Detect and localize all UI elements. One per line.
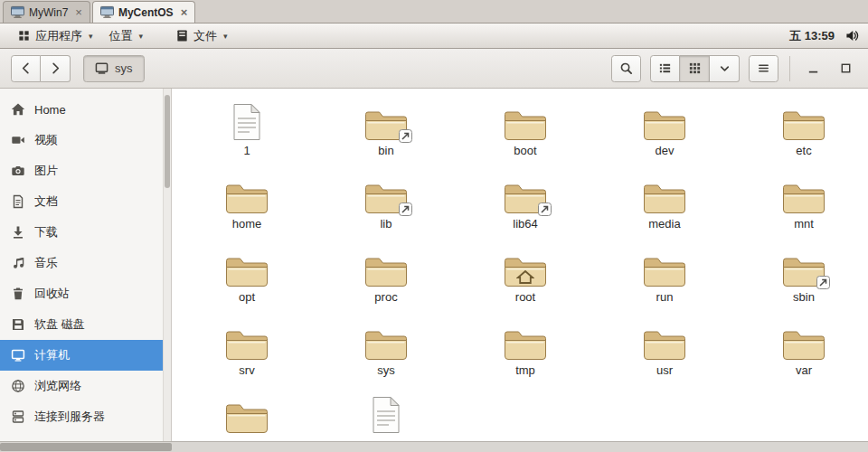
tab-close-icon[interactable]: ×	[75, 6, 82, 18]
sidebar-item-label: 视频	[34, 132, 58, 148]
file-item[interactable]: bin	[320, 99, 452, 173]
vm-tab[interactable]: MyCentOS ×	[92, 1, 195, 23]
sidebar-item[interactable]: 下载	[0, 217, 171, 248]
file-icon	[504, 173, 547, 214]
sidebar-item[interactable]: 音乐	[0, 248, 171, 278]
sidebar-item[interactable]: 软盘 磁盘	[0, 309, 171, 340]
file-item[interactable]: sbin	[738, 246, 868, 319]
topbar-menu[interactable]: 文件 ▾	[167, 24, 236, 48]
sidebar-item[interactable]: 回收站	[0, 278, 171, 309]
file-item[interactable]: opt	[181, 246, 313, 319]
folder-icon	[643, 255, 686, 287]
file-item[interactable]: boot	[459, 99, 591, 173]
file-item[interactable]: etc	[738, 99, 868, 173]
app-menu-button[interactable]	[749, 55, 778, 82]
sidebar-item-label: 回收站	[34, 286, 70, 302]
grid-view-button[interactable]	[680, 55, 710, 82]
sidebar-item[interactable]: 计算机	[0, 340, 171, 371]
search-button[interactable]	[611, 55, 641, 82]
file-icon	[504, 99, 547, 141]
sidebar-scrollbar-thumb[interactable]	[165, 95, 170, 188]
file-item[interactable]: var	[738, 319, 868, 392]
forward-icon	[49, 61, 62, 75]
file-icon	[364, 99, 408, 141]
search-icon	[619, 61, 633, 75]
toolbar-separator	[789, 56, 790, 81]
sidebar-item-label: Home	[34, 103, 66, 117]
caret-down-icon: ▾	[139, 32, 144, 41]
file-item[interactable]	[181, 392, 313, 441]
file-manager-toolbar: sys	[0, 49, 868, 89]
file-item[interactable]: home	[181, 173, 313, 246]
sidebar-item[interactable]: 连接到服务器	[0, 401, 171, 432]
file-item[interactable]: usr	[599, 319, 731, 392]
sidebar-item[interactable]: 浏览网络	[0, 371, 171, 401]
link-emblem-icon	[399, 129, 412, 143]
file-name: home	[232, 217, 262, 231]
link-emblem-icon	[538, 202, 552, 216]
file-item[interactable]: lib	[320, 173, 452, 246]
chevron-down-icon	[718, 61, 731, 75]
folder-icon	[643, 182, 686, 214]
location-button[interactable]: sys	[83, 55, 145, 82]
vm-tab[interactable]: MyWin7 ×	[3, 1, 90, 23]
sidebar-item-icon	[11, 379, 25, 393]
back-button[interactable]	[11, 55, 41, 82]
minimize-button[interactable]	[801, 57, 825, 80]
sidebar-item[interactable]: Home	[0, 94, 171, 125]
folder-icon	[782, 108, 826, 141]
file-icon	[364, 392, 408, 434]
folder-icon	[225, 255, 269, 287]
folder-icon	[504, 328, 547, 361]
file-icon	[643, 246, 686, 287]
sidebar-item-label: 音乐	[34, 255, 58, 271]
file-item[interactable]: root	[459, 246, 591, 319]
file-item[interactable]: tmp	[459, 319, 591, 392]
file-icon	[364, 319, 408, 361]
file-item[interactable]: srv	[181, 319, 313, 392]
tab-close-icon[interactable]: ×	[181, 6, 188, 18]
view-options-button[interactable]	[710, 55, 740, 82]
file-item[interactable]: mnt	[738, 173, 868, 246]
sidebar-item-icon	[11, 410, 25, 424]
file-name: run	[656, 290, 674, 304]
volume-icon[interactable]	[845, 29, 859, 42]
file-icon	[643, 319, 686, 361]
file-name: sys	[377, 363, 395, 377]
maximize-button[interactable]	[834, 57, 857, 80]
horizontal-scrollbar-thumb[interactable]	[0, 443, 172, 451]
sidebar-item[interactable]: 图片	[0, 155, 171, 186]
folder-icon	[782, 182, 826, 214]
file-item[interactable]: 1	[181, 99, 313, 173]
link-emblem-icon	[816, 276, 830, 289]
topbar-status-area: 五 13:59	[789, 28, 859, 44]
forward-button[interactable]	[41, 55, 71, 82]
horizontal-scrollbar[interactable]	[0, 441, 868, 452]
drive-icon	[95, 61, 108, 75]
topbar-menu[interactable]: 应用程序 ▾	[9, 24, 101, 48]
file-icon	[782, 319, 826, 361]
file-item[interactable]	[320, 392, 452, 441]
sidebar-scrollbar[interactable]	[163, 89, 171, 441]
folder-icon	[225, 328, 269, 361]
file-icon	[225, 319, 269, 361]
folder-icon	[643, 328, 686, 361]
file-item[interactable]: lib64	[459, 173, 591, 246]
topbar-menu[interactable]: 位置 ▾	[101, 24, 152, 48]
menu-icon	[175, 29, 189, 42]
file-item[interactable]: proc	[320, 246, 452, 319]
file-item[interactable]: dev	[599, 99, 731, 173]
file-name: media	[648, 217, 680, 231]
sidebar-item-icon	[11, 348, 25, 363]
file-icon	[225, 173, 269, 214]
file-item[interactable]: media	[599, 173, 731, 246]
file-name: var	[796, 363, 812, 377]
sidebar-item[interactable]: 视频	[0, 125, 171, 155]
sidebar-item-icon	[11, 164, 25, 178]
file-item[interactable]: run	[599, 246, 731, 319]
file-item[interactable]: sys	[320, 319, 452, 392]
list-view-button[interactable]	[650, 55, 680, 82]
sidebar-item-icon	[11, 133, 25, 147]
clock[interactable]: 五 13:59	[789, 28, 835, 44]
sidebar-item[interactable]: 文档	[0, 186, 171, 217]
